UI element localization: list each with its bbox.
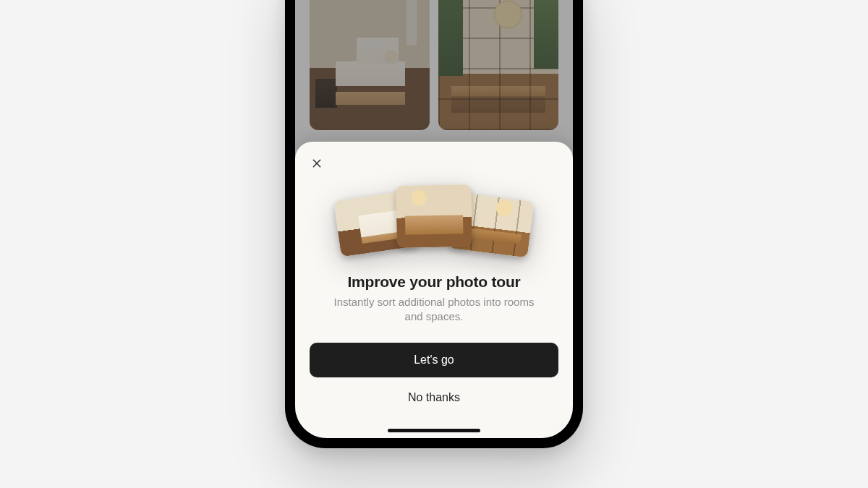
close-icon <box>312 158 322 171</box>
phone-frame: Improve your photo tour Instantly sort a… <box>285 0 583 448</box>
improve-photo-tour-sheet: Improve your photo tour Instantly sort a… <box>295 142 573 439</box>
phone-screen: Improve your photo tour Instantly sort a… <box>295 0 573 438</box>
lets-go-button[interactable]: Let's go <box>310 343 558 377</box>
sheet-subtitle: Instantly sort additional photos into ro… <box>310 295 558 325</box>
no-thanks-button[interactable]: No thanks <box>310 382 558 414</box>
home-indicator[interactable] <box>388 429 480 432</box>
sheet-actions: Let's go No thanks <box>310 343 558 414</box>
sheet-title: Improve your photo tour <box>310 273 558 291</box>
close-button[interactable] <box>305 153 328 176</box>
collage-card-living <box>396 184 472 248</box>
photo-collage <box>340 181 528 259</box>
